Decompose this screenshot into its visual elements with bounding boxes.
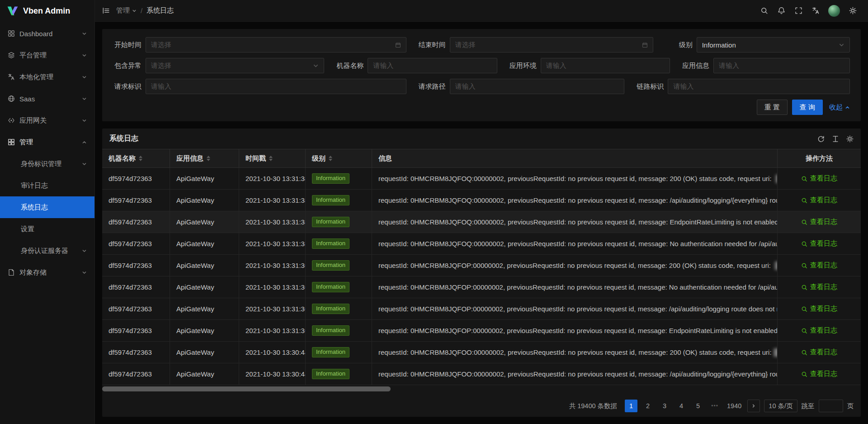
cell-app-info: ApiGateWay — [170, 190, 239, 211]
column-label: 信息 — [378, 154, 392, 163]
sort-icon[interactable] — [269, 156, 273, 161]
settings-icon[interactable] — [844, 3, 861, 19]
sidebar-item-audit-logs[interactable]: 审计日志 — [0, 175, 94, 196]
logo[interactable]: Vben Admin — [0, 0, 94, 22]
page-button-3[interactable]: 3 — [658, 400, 671, 412]
cell-action: 查看日志 — [778, 168, 861, 190]
sort-icon[interactable] — [329, 156, 332, 161]
column-height-icon[interactable] — [832, 135, 839, 143]
column-header-level[interactable]: 级别 — [306, 149, 372, 168]
request-id-input[interactable]: 请输入 — [146, 79, 406, 94]
sidebar-item-identity[interactable]: 身份标识管理 — [0, 153, 94, 175]
has-exception-select[interactable]: 请选择 — [146, 58, 324, 73]
page-size-value: 10 条/页 — [769, 402, 793, 410]
view-log-link[interactable]: 查看日志 — [801, 283, 837, 291]
page-button-1[interactable]: 1 — [625, 400, 637, 412]
view-log-link[interactable]: 查看日志 — [801, 326, 837, 335]
machine-name-input[interactable]: 请输入 — [368, 58, 497, 73]
sidebar-item-object-storage[interactable]: 对象存储 — [0, 262, 94, 283]
view-log-link[interactable]: 查看日志 — [801, 305, 837, 313]
translate-icon[interactable] — [807, 3, 824, 19]
app-info-input[interactable]: 请输入 — [713, 58, 850, 73]
sort-icon[interactable] — [207, 156, 210, 161]
view-log-link[interactable]: 查看日志 — [801, 196, 837, 205]
column-label: 操作方法 — [806, 154, 833, 163]
cell-message: requestId: 0HMCRBM8JQFOQ:00000002, previ… — [372, 233, 778, 255]
page-button-4[interactable]: 4 — [675, 400, 688, 412]
sidebar-item-management[interactable]: 管理 — [0, 131, 94, 153]
trace-id-input[interactable]: 请输入 — [668, 79, 850, 94]
sidebar-item-localization[interactable]: 本地化管理 — [0, 66, 94, 88]
filter-field-request-id: 请求标识请输入 — [113, 79, 406, 94]
level-badge: Information — [312, 217, 349, 227]
column-header-app[interactable]: 应用信息 — [170, 149, 239, 168]
cell-app-info: ApiGateWay — [170, 363, 239, 385]
refresh-icon[interactable] — [817, 135, 825, 143]
sidebar-item-dashboard[interactable]: Dashboard — [0, 23, 94, 44]
sidebar-item-platform[interactable]: 平台管理 — [0, 44, 94, 66]
start-time-date[interactable]: 请选择 — [146, 37, 406, 52]
request-path-input[interactable]: 请输入 — [450, 79, 625, 94]
sidebar-item-gateway[interactable]: 应用网关 — [0, 110, 94, 131]
sidebar-item-settings[interactable]: 设置 — [0, 218, 94, 240]
filter-field-end-time: 结束时间请选择 — [417, 37, 653, 52]
search-icon[interactable] — [756, 3, 772, 19]
view-log-link[interactable]: 查看日志 — [801, 261, 837, 270]
page-button-2[interactable]: 2 — [642, 400, 654, 412]
collapse-sidebar-icon[interactable] — [102, 7, 110, 14]
end-time-date[interactable]: 请选择 — [450, 37, 653, 52]
level-select[interactable]: Information — [697, 37, 850, 52]
breadcrumb: 管理 / 系统日志 — [116, 6, 174, 15]
breadcrumb-item-manage[interactable]: 管理 — [116, 6, 137, 15]
fullscreen-icon[interactable] — [790, 3, 807, 19]
field-placeholder: 请输入 — [151, 82, 171, 91]
query-button[interactable]: 查 询 — [792, 100, 823, 115]
level-badge: Information — [312, 282, 349, 292]
table-row: df5974d72363ApiGateWay2021-10-30 13:31:3… — [102, 233, 861, 255]
horizontal-scrollbar-thumb[interactable] — [102, 386, 391, 391]
reset-button[interactable]: 重 置 — [757, 100, 788, 115]
cell-message: requestId: 0HMCRBM8JQFOP:00000002, previ… — [372, 276, 778, 298]
cell-level: Information — [306, 168, 372, 190]
page-size-select[interactable]: 10 条/页 — [764, 400, 797, 412]
cell-message: requestId: 0HMCRBM8JQFOO:00000002, previ… — [372, 342, 778, 363]
sidebar-item-saas[interactable]: Saas — [0, 88, 94, 110]
chevron-down-icon — [82, 270, 87, 275]
app-environment-input[interactable]: 请输入 — [541, 58, 670, 73]
settings-icon[interactable] — [846, 135, 854, 143]
user-avatar[interactable] — [828, 5, 840, 17]
cell-timestamp: 2021-10-30 13:31:38 — [239, 233, 306, 255]
jump-page-input[interactable] — [819, 400, 843, 412]
collapse-filter-link[interactable]: 收起 — [829, 103, 850, 112]
table-row: df5974d72363ApiGateWay2021-10-30 13:30:4… — [102, 342, 861, 363]
sidebar-item-system-logs[interactable]: 系统日志 — [0, 196, 94, 218]
field-placeholder: 请输入 — [373, 62, 393, 70]
view-log-link[interactable]: 查看日志 — [801, 239, 837, 248]
cell-timestamp: 2021-10-30 13:31:38 — [239, 190, 306, 211]
cell-action: 查看日志 — [778, 233, 861, 255]
column-header-action: 操作方法 — [778, 149, 861, 168]
message-text: requestId: 0HMCRBM8JQFOO:00000002, previ… — [378, 348, 772, 356]
filter-row: 请求标识请输入请求路径请输入链路标识请输入 — [113, 79, 850, 94]
chevron-down-icon — [839, 42, 844, 48]
column-header-timestamp[interactable]: 时间戳 — [239, 149, 306, 168]
cell-timestamp: 2021-10-30 13:31:38 — [239, 211, 306, 233]
page-button-1940[interactable]: 1940 — [725, 400, 743, 412]
view-log-link[interactable]: 查看日志 — [801, 218, 837, 226]
cell-message: requestId: 0HMCRBM8JQFOQ:00000002, previ… — [372, 168, 778, 190]
column-label: 级别 — [312, 154, 326, 163]
view-log-link[interactable]: 查看日志 — [801, 174, 837, 183]
sidebar-item-auth-server[interactable]: 身份认证服务器 — [0, 240, 94, 262]
cell-machine-name: df5974d72363 — [102, 190, 170, 211]
field-placeholder: 请输入 — [546, 62, 566, 70]
next-page-button[interactable] — [747, 400, 760, 412]
page-button-5[interactable]: 5 — [692, 400, 704, 412]
view-log-link[interactable]: 查看日志 — [801, 348, 837, 357]
chevron-right-icon — [751, 404, 756, 408]
level-badge: Information — [312, 304, 349, 314]
bell-icon[interactable] — [773, 3, 789, 19]
view-log-link[interactable]: 查看日志 — [801, 370, 837, 378]
column-header-machine[interactable]: 机器名称 — [102, 149, 170, 168]
sort-icon[interactable] — [139, 156, 142, 161]
field-label: 级别 — [664, 41, 697, 49]
